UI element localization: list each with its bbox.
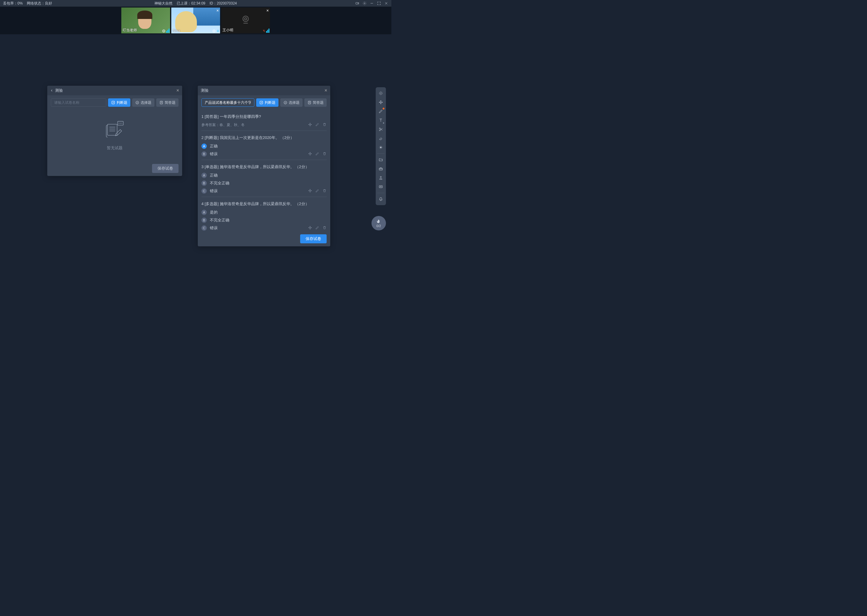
eraser-tool-icon[interactable] bbox=[377, 134, 385, 143]
add-short-button[interactable]: 简答题 bbox=[156, 98, 178, 107]
panel-header: 测验 × bbox=[198, 86, 330, 95]
panel-header: 测验 × bbox=[47, 86, 182, 95]
video-tile-teacher[interactable]: 叮当老师 bbox=[121, 8, 170, 33]
option-text: 正确 bbox=[210, 143, 218, 149]
move-tool-icon[interactable] bbox=[377, 98, 385, 107]
chat-icon[interactable] bbox=[377, 182, 385, 191]
bell-icon[interactable] bbox=[377, 195, 385, 203]
quiz-panel-empty: 测验 × 判断题 选择题 简答题 bbox=[47, 86, 182, 176]
option-text: 错误 bbox=[210, 188, 218, 194]
svg-point-26 bbox=[121, 123, 122, 124]
video-name: 王小明 bbox=[222, 28, 233, 33]
move-question-icon[interactable] bbox=[308, 152, 312, 157]
move-question-icon[interactable] bbox=[308, 189, 312, 194]
option-text: 不完全正确 bbox=[210, 181, 229, 186]
status-bar: 丢包率：0% 网络状态：良好 神秘大自然 已上课：02:34:09 ID：202… bbox=[0, 0, 391, 6]
add-judge-button[interactable]: 判断题 bbox=[108, 98, 130, 107]
option-badge: A bbox=[202, 143, 207, 149]
video-close-icon[interactable]: × bbox=[216, 8, 219, 13]
question-option[interactable]: B不完全正确 bbox=[202, 181, 326, 186]
question-title: 3 [单选题] 施华洛世奇是反华品牌，所以梁鼎琪反华。 （2分） bbox=[202, 164, 326, 170]
question-item: 2 [判断题] 我国宪法上一次更新是在2020年。 （2分）A正确B错误 bbox=[202, 131, 326, 160]
delete-question-icon[interactable] bbox=[322, 123, 326, 127]
svg-point-25 bbox=[120, 123, 121, 124]
video-name: Nina bbox=[172, 28, 180, 33]
add-judge-button[interactable]: 判断题 bbox=[256, 98, 279, 107]
person-icon[interactable] bbox=[377, 174, 385, 182]
video-name: 叮当老师 bbox=[123, 28, 137, 33]
question-option[interactable]: A正确 bbox=[202, 143, 326, 149]
option-text: 错误 bbox=[210, 225, 218, 231]
quiz-name-input[interactable] bbox=[202, 98, 254, 107]
video-indicators bbox=[162, 28, 169, 33]
mic-muted-icon bbox=[263, 29, 265, 33]
cursor-tool-icon[interactable] bbox=[377, 89, 385, 97]
close-icon[interactable]: × bbox=[325, 88, 327, 93]
option-text: 是的 bbox=[210, 210, 218, 215]
elapsed-time: 已上课：02:34:09 bbox=[177, 1, 205, 6]
video-row: 叮当老师 × Nina × 王小明 bbox=[0, 6, 391, 34]
add-choice-button[interactable]: 选择题 bbox=[280, 98, 303, 107]
empty-text: 暂无试题 bbox=[107, 145, 123, 151]
question-option[interactable]: B不完全正确 bbox=[202, 217, 326, 223]
delete-question-icon[interactable] bbox=[322, 189, 326, 194]
pen-tool-icon[interactable] bbox=[377, 107, 385, 115]
quiz-name-input[interactable] bbox=[51, 98, 106, 107]
settings-gear-icon[interactable] bbox=[363, 1, 367, 5]
edit-question-icon[interactable] bbox=[315, 226, 319, 231]
close-window-icon[interactable] bbox=[384, 1, 388, 5]
svg-point-10 bbox=[243, 16, 248, 21]
panel-title: 测验 bbox=[201, 88, 325, 93]
hand-raise-button[interactable]: 0/2 bbox=[372, 216, 386, 230]
save-quiz-button[interactable]: 保存试卷 bbox=[300, 234, 326, 244]
option-badge: B bbox=[202, 181, 207, 186]
minimize-icon[interactable] bbox=[370, 1, 374, 5]
empty-state: 暂无试题 bbox=[51, 110, 178, 158]
question-option[interactable]: A正确 bbox=[202, 173, 326, 178]
session-id: ID：2020070324 bbox=[210, 1, 237, 6]
question-title: 1 [简答题] 一年四季分别是哪四季? bbox=[202, 114, 326, 119]
video-close-icon[interactable]: × bbox=[266, 8, 269, 13]
edit-question-icon[interactable] bbox=[315, 152, 319, 157]
scissors-tool-icon[interactable] bbox=[377, 125, 385, 134]
folder-icon[interactable] bbox=[377, 156, 385, 164]
text-tool-icon[interactable] bbox=[377, 116, 385, 124]
option-text: 不完全正确 bbox=[210, 217, 229, 223]
video-indicators bbox=[263, 28, 270, 33]
svg-point-37 bbox=[380, 176, 381, 178]
option-text: 错误 bbox=[210, 151, 218, 157]
close-icon[interactable]: × bbox=[177, 88, 179, 93]
delete-question-icon[interactable] bbox=[322, 226, 326, 231]
brightness-tool-icon[interactable] bbox=[377, 143, 385, 152]
svg-point-6 bbox=[162, 30, 165, 33]
add-short-button[interactable]: 简答题 bbox=[304, 98, 326, 107]
option-badge: A bbox=[202, 210, 207, 215]
video-tile-student[interactable]: × Nina bbox=[171, 8, 220, 33]
edit-question-icon[interactable] bbox=[315, 123, 319, 127]
video-indicators bbox=[212, 29, 219, 33]
move-question-icon[interactable] bbox=[308, 123, 312, 127]
add-choice-button[interactable]: 选择题 bbox=[132, 98, 154, 107]
toolbox-icon[interactable] bbox=[377, 165, 385, 173]
empty-quiz-icon bbox=[102, 117, 127, 141]
delete-question-icon[interactable] bbox=[322, 152, 326, 157]
svg-point-33 bbox=[379, 128, 380, 129]
question-option[interactable]: A是的 bbox=[202, 210, 326, 215]
option-badge: B bbox=[202, 151, 207, 157]
fullscreen-icon[interactable] bbox=[377, 1, 381, 5]
video-tile-student[interactable]: × 王小明 bbox=[221, 8, 270, 33]
loss-rate: 丢包率：0% bbox=[3, 1, 22, 6]
svg-line-13 bbox=[263, 30, 265, 32]
option-badge: C bbox=[202, 188, 207, 194]
svg-rect-9 bbox=[218, 30, 219, 31]
mic-icon bbox=[216, 29, 219, 33]
back-icon[interactable] bbox=[50, 89, 53, 92]
camera-toggle-icon[interactable] bbox=[355, 1, 359, 5]
move-question-icon[interactable] bbox=[308, 226, 312, 231]
svg-point-32 bbox=[380, 93, 381, 93]
edit-question-icon[interactable] bbox=[315, 189, 319, 194]
svg-point-34 bbox=[379, 130, 380, 131]
save-quiz-button[interactable]: 保存试卷 bbox=[152, 164, 178, 173]
option-text: 正确 bbox=[210, 173, 218, 178]
svg-rect-36 bbox=[379, 168, 383, 170]
